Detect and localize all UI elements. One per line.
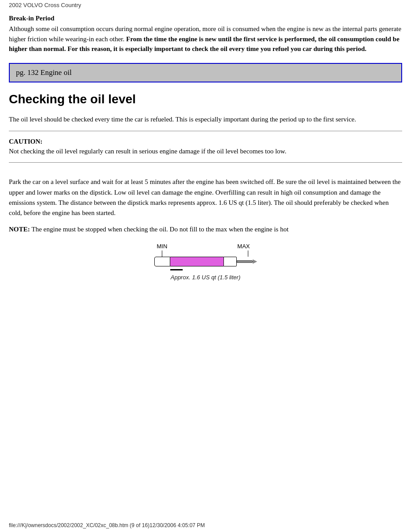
dipstick-handle — [237, 259, 257, 264]
min-tick — [162, 250, 162, 257]
divider-2 — [9, 162, 402, 163]
min-label: MIN — [157, 243, 168, 250]
dipstick-dash — [170, 269, 183, 270]
note-label: NOTE: — [9, 226, 30, 233]
dipstick-diagram: MIN MAX Approx. 1.6 US qt (1.5 liter) — [144, 243, 268, 281]
dipstick-tick-marks — [162, 250, 248, 257]
body-text-2: Park the car on a level surface and wait… — [9, 177, 402, 218]
divider-1 — [9, 131, 402, 131]
page-header: 2002 VOLVO Cross Country — [0, 0, 411, 10]
break-in-section: Break-in Period Although some oil consum… — [9, 15, 402, 54]
page-footer: file:///K|/ownersdocs/2002/2002_XC/02xc_… — [9, 522, 205, 528]
caution-label: CAUTION: — [9, 138, 43, 145]
caution-text: Not checking the oil level regularly can… — [9, 146, 402, 156]
page-ref-box: pg. 132 Engine oil — [9, 63, 402, 82]
section-heading: Checking the oil level — [9, 92, 402, 106]
dipstick-right-cap — [223, 257, 237, 266]
page-ref-text: pg. 132 Engine oil — [16, 68, 72, 77]
note-text: The engine must be stopped when checking… — [31, 226, 289, 233]
break-in-heading: Break-in Period — [9, 15, 402, 22]
dipstick-body — [154, 257, 257, 266]
note-paragraph: NOTE: The engine must be stopped when ch… — [9, 224, 402, 235]
max-tick — [248, 250, 248, 257]
caution-section: CAUTION: Not checking the oil level regu… — [9, 137, 402, 156]
dipstick-fill — [170, 257, 223, 266]
dipstick-caption: Approx. 1.6 US qt (1.5 liter) — [171, 274, 241, 281]
max-label: MAX — [237, 243, 250, 250]
main-content: Break-in Period Although some oil consum… — [0, 10, 411, 303]
dipstick-labels: MIN MAX — [157, 243, 250, 250]
dipstick-stem — [237, 260, 253, 263]
break-in-paragraph1: Although some oil consumption occurs dur… — [9, 24, 402, 54]
body-text-1: The oil level should be checked every ti… — [9, 114, 402, 125]
dipstick-left-cap — [154, 257, 170, 266]
footer-text: file:///K|/ownersdocs/2002/2002_XC/02xc_… — [9, 522, 205, 528]
header-title: 2002 VOLVO Cross Country — [9, 2, 81, 8]
dipstick-tip — [253, 259, 257, 264]
